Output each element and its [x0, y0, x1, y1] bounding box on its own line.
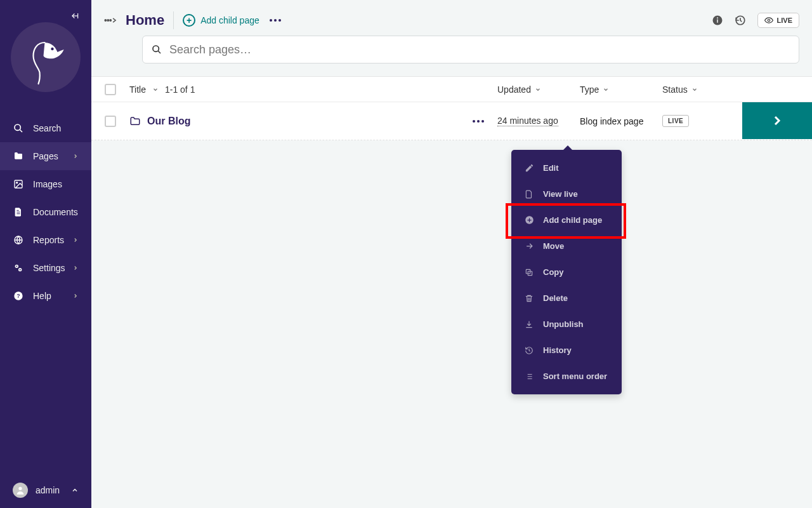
ctx-view-live[interactable]: View live — [511, 181, 622, 207]
row-title-text[interactable]: Our Blog — [147, 116, 190, 127]
sidebar-item-pages[interactable]: Pages — [0, 142, 91, 170]
sidebar: Search Pages Images — [0, 0, 91, 508]
explore-children-button[interactable] — [742, 102, 812, 139]
separator — [173, 11, 174, 29]
image-icon — [13, 178, 24, 190]
svg-point-13 — [107, 20, 108, 21]
chevron-up-icon — [71, 486, 79, 494]
chevron-down-icon — [535, 86, 541, 93]
user-menu[interactable]: admin — [0, 472, 91, 508]
sidebar-item-images[interactable]: Images — [0, 170, 91, 198]
plus-circle-icon: + — [183, 14, 195, 27]
chevron-right-icon — [72, 237, 79, 243]
history-icon — [524, 345, 534, 356]
pencil-icon — [524, 163, 534, 173]
svg-point-6 — [16, 265, 17, 267]
ctx-add-child[interactable]: Add child page — [511, 207, 622, 233]
page-actions-menu[interactable] — [270, 19, 281, 22]
ctx-label: View live — [543, 189, 578, 199]
view-live-button[interactable]: LIVE — [757, 13, 799, 28]
page-title: Home — [126, 12, 164, 29]
select-all-checkbox[interactable] — [105, 84, 116, 95]
svg-rect-16 — [717, 20, 718, 23]
sidebar-item-label: Pages — [33, 151, 58, 161]
svg-point-18 — [768, 19, 770, 22]
ctx-delete[interactable]: Delete — [511, 285, 622, 311]
ctx-label: History — [543, 345, 572, 355]
svg-point-0 — [51, 48, 53, 50]
search-input[interactable] — [169, 43, 790, 57]
page-counter: 1-1 of 1 — [165, 84, 195, 95]
ctx-label: Unpublish — [543, 319, 584, 329]
context-menu: Edit View live Add child page Move — [511, 150, 622, 394]
history-icon[interactable] — [735, 15, 746, 26]
ctx-label: Edit — [543, 163, 559, 173]
ctx-move[interactable]: Move — [511, 233, 622, 259]
svg-point-11 — [18, 487, 22, 490]
sidebar-item-label: Help — [33, 291, 51, 301]
eye-icon — [764, 16, 773, 25]
breadcrumb-menu[interactable] — [104, 16, 118, 25]
plus-circle-icon — [524, 215, 534, 225]
svg-point-19 — [153, 46, 159, 51]
column-updated[interactable]: Updated — [497, 84, 531, 95]
trash-icon — [524, 293, 534, 304]
ctx-history[interactable]: History — [511, 337, 622, 363]
arrow-right-icon — [524, 241, 534, 251]
search-icon — [13, 123, 24, 134]
gear-icon — [13, 262, 24, 274]
search-icon — [152, 44, 162, 55]
svg-point-17 — [717, 17, 718, 18]
sidebar-item-label: Reports — [33, 235, 64, 245]
svg-point-3 — [16, 182, 18, 184]
row-type: Blog index page — [580, 116, 643, 126]
ctx-label: Move — [543, 241, 564, 251]
sidebar-item-help[interactable]: ? Help — [0, 282, 91, 310]
chevron-down-icon — [691, 86, 698, 93]
chevron-right-icon — [72, 293, 79, 299]
ctx-copy[interactable]: Copy — [511, 259, 622, 285]
ctx-edit[interactable]: Edit — [511, 155, 622, 181]
row-updated: 24 minutes ago — [497, 116, 558, 126]
info-icon[interactable] — [712, 15, 723, 26]
add-child-label: Add child page — [200, 15, 259, 25]
svg-point-1 — [15, 124, 20, 130]
ctx-sort[interactable]: Sort menu order — [511, 363, 622, 389]
column-type[interactable]: Type — [580, 84, 599, 95]
search-box[interactable] — [142, 36, 799, 64]
sidebar-item-label: Documents — [33, 207, 78, 217]
chevron-right-icon — [72, 153, 79, 159]
chevron-down-icon — [152, 86, 159, 93]
ctx-label: Sort menu order — [543, 371, 607, 381]
ctx-label: Copy — [543, 267, 564, 277]
ctx-unpublish[interactable]: Unpublish — [511, 311, 622, 337]
ctx-label: Add child page — [543, 215, 602, 225]
sidebar-item-search[interactable]: Search — [0, 114, 91, 142]
document-icon — [524, 189, 534, 199]
user-name-label: admin — [36, 485, 60, 495]
row-actions-menu[interactable] — [473, 120, 484, 123]
folder-icon — [13, 150, 24, 162]
chevron-down-icon — [603, 86, 609, 93]
help-icon: ? — [13, 290, 24, 302]
row-checkbox[interactable] — [105, 116, 116, 127]
table-header: Title 1-1 of 1 Updated Type — [91, 77, 812, 102]
svg-point-8 — [20, 269, 21, 271]
avatar-icon — [13, 483, 28, 498]
column-status[interactable]: Status — [662, 84, 688, 95]
chevron-right-icon — [72, 265, 79, 271]
sidebar-item-reports[interactable]: Reports — [0, 226, 91, 254]
download-icon — [524, 319, 534, 330]
sidebar-item-settings[interactable]: Settings — [0, 254, 91, 282]
status-badge: LIVE — [662, 115, 689, 127]
collapse-sidebar-button[interactable] — [70, 11, 80, 20]
table-row[interactable]: Our Blog 24 minutes ago Blog index page … — [91, 102, 812, 140]
column-title[interactable]: Title — [129, 84, 146, 95]
live-label: LIVE — [777, 17, 792, 24]
document-icon — [13, 206, 24, 218]
page-header: Home + Add child page — [91, 0, 812, 29]
svg-point-12 — [105, 20, 106, 21]
sidebar-item-documents[interactable]: Documents — [0, 198, 91, 226]
add-child-page-button[interactable]: + Add child page — [183, 14, 259, 27]
sidebar-item-label: Search — [33, 123, 61, 133]
